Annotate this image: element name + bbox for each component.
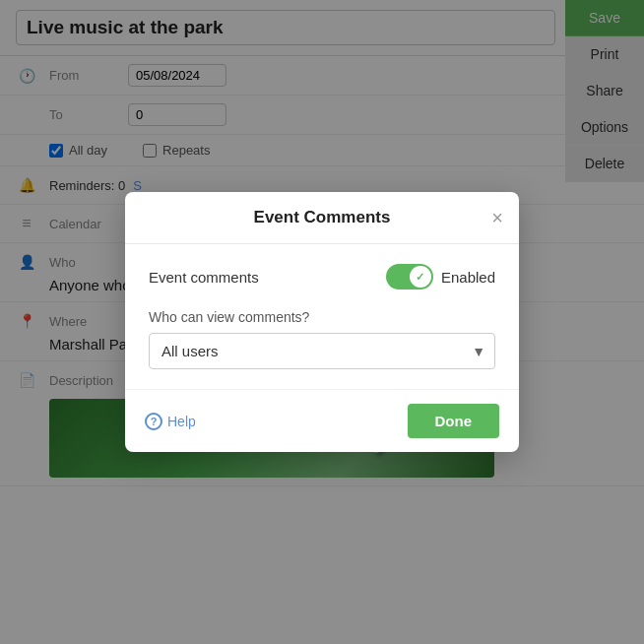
done-button[interactable]: Done [408,404,500,438]
help-question-icon: ? [145,413,162,430]
event-comments-modal: Event Comments × Event comments ✓ Enable… [125,192,519,452]
toggle-check-icon: ✓ [416,271,424,284]
view-select[interactable]: All users Attending users No one [149,333,495,369]
comments-toggle-row: Event comments ✓ Enabled [149,264,495,290]
event-comments-label: Event comments [149,269,259,286]
who-can-view-label: Who can view comments? [149,309,495,325]
modal-title: Event Comments [254,208,391,227]
toggle-knob: ✓ [410,266,431,288]
modal-overlay: Event Comments × Event comments ✓ Enable… [0,0,644,644]
help-link[interactable]: ? Help [145,413,196,430]
modal-header: Event Comments × [125,192,519,244]
help-label: Help [167,414,196,429]
who-can-view-section: Who can view comments? All users Attendi… [149,309,495,369]
toggle-wrapper: ✓ Enabled [386,264,495,290]
modal-footer: ? Help Done [125,389,519,452]
view-select-wrapper: All users Attending users No one ▼ [149,333,495,369]
modal-body: Event comments ✓ Enabled Who can view co… [125,244,519,389]
toggle-state-label: Enabled [441,269,495,286]
enabled-toggle[interactable]: ✓ [386,264,433,290]
modal-close-button[interactable]: × [491,208,503,227]
